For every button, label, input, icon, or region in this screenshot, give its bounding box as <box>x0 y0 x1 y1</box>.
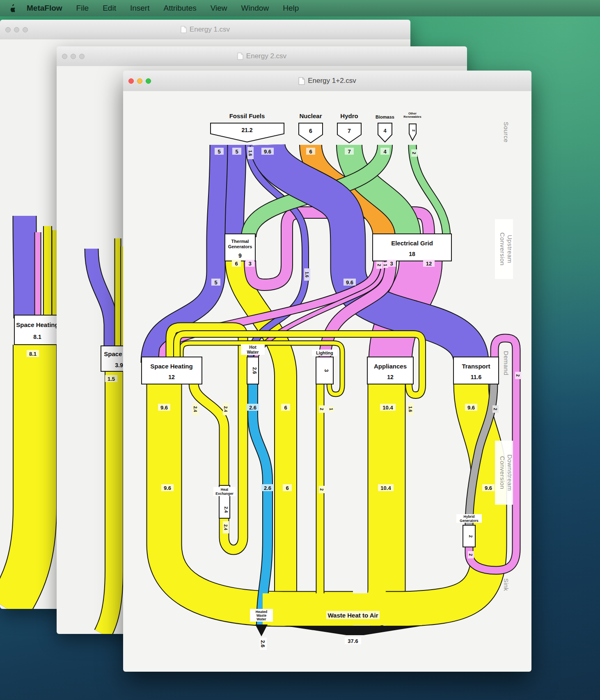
svg-text:1: 1 <box>329 408 333 410</box>
svg-text:12: 12 <box>387 374 394 380</box>
node-hydro[interactable]: Hydro 7 <box>337 112 361 143</box>
close-icon[interactable] <box>128 78 134 84</box>
heated-waste-water-arrow <box>255 625 268 636</box>
svg-text:Nuclear: Nuclear <box>299 112 322 119</box>
node-waste-heat-to-air[interactable]: Waste Heat to Air <box>326 611 380 619</box>
app-menu-metaflow[interactable]: MetaFlow <box>27 4 62 13</box>
node-transport[interactable]: Transport 11.6 <box>453 357 499 384</box>
flow-value-label: 9.6 <box>344 279 356 286</box>
flow-value-label: 9.6 <box>261 148 274 155</box>
flow-value-label: 7 <box>345 148 354 155</box>
window-energy-1-titlebar[interactable]: Energy 1.csv <box>0 20 410 40</box>
svg-text:Space Heating: Space Heating <box>16 321 58 328</box>
apple-menu[interactable] <box>9 4 16 12</box>
waste-heat-sink-funnel <box>284 626 423 635</box>
node-other-renewables[interactable]: Other Renewables 2 <box>403 112 421 140</box>
traffic-lights-inactive[interactable] <box>5 20 28 39</box>
svg-text:6: 6 <box>284 405 287 411</box>
stage-label-upstream: Conversion <box>499 233 506 266</box>
node-heated-waste-water[interactable]: Heated Waste Water <box>250 609 273 622</box>
node-fossil-fuels[interactable]: Fossil Fuels 21.2 <box>211 112 284 142</box>
sankey-canvas: Fossil Fuels 21.2 Nuclear 6 Hydro 7 Biom… <box>123 91 531 672</box>
svg-text:37.6: 37.6 <box>348 638 358 644</box>
node-electrical-grid[interactable]: Electrical Grid 18 <box>373 234 451 261</box>
flow-band[interactable] <box>92 238 123 634</box>
window-energy-1-2[interactable]: Energy 1+2.csv <box>123 71 531 672</box>
menu-item-window[interactable]: Window <box>241 4 269 13</box>
menu-item-help[interactable]: Help <box>283 4 299 13</box>
svg-text:10.4: 10.4 <box>382 405 393 411</box>
zoom-icon[interactable] <box>146 78 151 84</box>
svg-text:Hybrid: Hybrid <box>464 515 475 519</box>
flow-band[interactable] <box>7 216 55 609</box>
svg-text:1.6: 1.6 <box>305 272 309 277</box>
menu-item-view[interactable]: View <box>211 4 227 13</box>
node-appliances[interactable]: Appliances 12 <box>367 357 413 384</box>
flow-value-label: 12 <box>423 260 435 267</box>
flow-value-label: 2 <box>319 486 325 493</box>
flow-value-label: 1.6 <box>408 403 414 415</box>
svg-text:Thermal: Thermal <box>231 239 249 244</box>
svg-text:2.6: 2.6 <box>252 367 257 374</box>
flow-value-label: 9.6 <box>482 484 495 491</box>
window-title: Energy 2.csv <box>57 52 467 60</box>
minimize-icon[interactable] <box>14 27 19 32</box>
svg-text:2.6: 2.6 <box>260 640 266 647</box>
node-lighting[interactable]: Lighting 3 <box>312 350 337 384</box>
svg-text:Transport: Transport <box>462 363 490 370</box>
menu-item-file[interactable]: File <box>76 4 89 13</box>
node-thermal-generators[interactable]: Thermal Generators 9 <box>225 234 255 261</box>
flow-value-label: 9.6 <box>161 484 174 491</box>
flow-space-heating-waste-heat[interactable] <box>164 384 353 609</box>
svg-text:2.4: 2.4 <box>223 524 228 530</box>
flow-value-label: 2 <box>492 405 499 413</box>
flow-fossil-thermal-generators[interactable] <box>234 145 237 237</box>
svg-text:Waste Heat to Air: Waste Heat to Air <box>327 612 378 619</box>
svg-text:5: 5 <box>214 279 217 286</box>
svg-text:2.4: 2.4 <box>193 406 197 412</box>
svg-text:5: 5 <box>235 149 238 155</box>
svg-text:9.6: 9.6 <box>264 149 271 155</box>
svg-text:Heat: Heat <box>221 487 229 492</box>
zoom-icon[interactable] <box>79 54 85 59</box>
close-icon[interactable] <box>5 27 11 32</box>
node-biomass[interactable]: Biomass 4 <box>376 114 394 142</box>
flow-space-heating-heat-exchanger[interactable] <box>194 384 224 485</box>
zoom-icon[interactable] <box>23 27 28 32</box>
svg-text:9: 9 <box>238 252 242 259</box>
svg-text:4: 4 <box>383 149 387 155</box>
svg-text:1.5: 1.5 <box>108 376 115 382</box>
flow-appliances-waste-heat[interactable] <box>369 384 387 609</box>
close-icon[interactable] <box>62 54 67 59</box>
traffic-lights-inactive[interactable] <box>62 46 85 66</box>
flow-value-label: 4 <box>380 148 389 155</box>
svg-text:Water: Water <box>247 350 259 355</box>
minimize-icon[interactable] <box>137 78 142 84</box>
svg-text:6: 6 <box>235 261 238 267</box>
node-nuclear[interactable]: Nuclear 6 <box>299 112 323 143</box>
traffic-lights[interactable] <box>128 71 151 91</box>
node-space-heating[interactable]: Space Heating 12 <box>142 357 202 384</box>
flow-value-label: 2 <box>376 261 382 269</box>
node-heat-exchanger[interactable]: Heat Exchanger 2.4 <box>213 485 236 518</box>
flow-value-label: 2 <box>468 551 474 558</box>
stage-label-demand: Demand <box>503 351 510 375</box>
document-icon <box>181 26 187 33</box>
flow-lighting-waste-heat[interactable] <box>310 384 320 609</box>
document-icon <box>298 77 305 85</box>
menu-item-attributes[interactable]: Attributes <box>163 4 196 13</box>
node-space-heating-back1[interactable]: Space Heating 8.1 <box>14 315 60 345</box>
flow-hot-water-heated-waste-water[interactable] <box>253 384 268 625</box>
window-energy-1-2-titlebar[interactable]: Energy 1+2.csv <box>123 71 531 92</box>
svg-text:9.6: 9.6 <box>467 405 475 411</box>
svg-text:2: 2 <box>319 488 324 491</box>
flow-value-label: 1 <box>329 406 334 412</box>
minimize-icon[interactable] <box>71 54 76 59</box>
window-energy-2-titlebar[interactable]: Energy 2.csv <box>57 46 467 66</box>
svg-text:10.4: 10.4 <box>380 485 391 491</box>
waste-heat-merge <box>263 593 422 625</box>
flow-value-label: 10.4 <box>380 404 396 411</box>
menu-item-edit[interactable]: Edit <box>103 4 116 13</box>
flow-value-label: 10.4 <box>378 484 394 491</box>
menu-item-insert[interactable]: Insert <box>130 4 150 13</box>
